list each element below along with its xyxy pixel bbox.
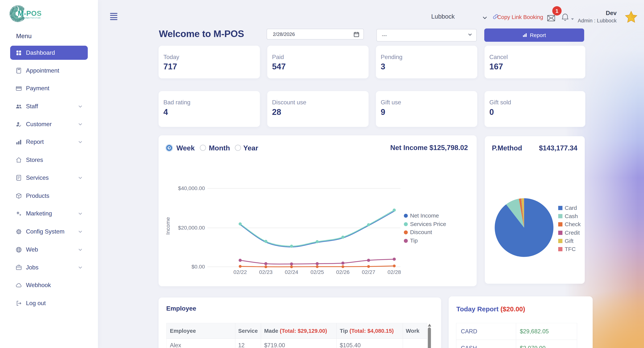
svg-text:Multiple Point of sale: Multiple Point of sale — [24, 17, 41, 19]
svg-text:M-POS: M-POS — [18, 9, 42, 17]
